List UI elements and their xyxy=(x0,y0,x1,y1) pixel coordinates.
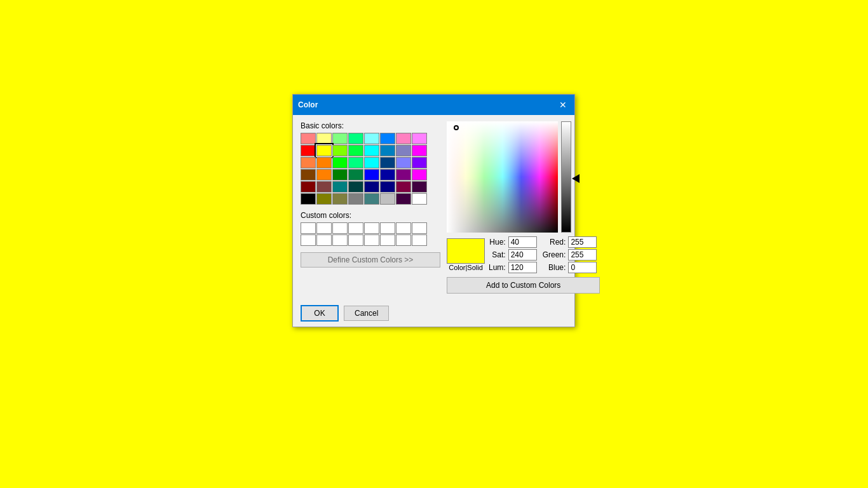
close-button[interactable]: ✕ xyxy=(557,98,569,111)
custom-color-swatch[interactable] xyxy=(412,234,427,246)
custom-color-swatch[interactable] xyxy=(316,222,332,234)
basic-color-swatch[interactable] xyxy=(332,157,348,168)
blue-input[interactable] xyxy=(568,262,597,273)
left-panel: Basic colors: Custom colors: Define Cust… xyxy=(301,121,440,294)
basic-color-swatch[interactable] xyxy=(396,193,411,205)
numeric-inputs: Hue: Red: Sat: Green: Lum: Blue: xyxy=(489,236,600,273)
basic-color-swatch[interactable] xyxy=(380,169,395,180)
basic-color-swatch[interactable] xyxy=(316,157,332,168)
basic-color-swatch[interactable] xyxy=(332,133,348,144)
basic-color-swatch[interactable] xyxy=(412,169,427,180)
basic-color-swatch[interactable] xyxy=(316,169,332,180)
green-label: Green: xyxy=(543,250,566,259)
dialog-body: Basic colors: Custom colors: Define Cust… xyxy=(293,115,574,300)
color-spectrum[interactable] xyxy=(447,121,558,233)
lum-input[interactable] xyxy=(508,262,537,273)
custom-color-swatch[interactable] xyxy=(396,222,411,234)
basic-color-swatch[interactable] xyxy=(316,193,332,205)
basic-color-swatch[interactable] xyxy=(348,157,363,168)
color-picker-area xyxy=(447,121,600,233)
custom-color-swatch[interactable] xyxy=(301,222,316,234)
basic-color-swatch[interactable] xyxy=(301,157,316,168)
basic-color-swatch[interactable] xyxy=(380,145,395,156)
right-panel: Color|Solid Hue: Red: Sat: Green: Lum: B… xyxy=(447,121,600,294)
basic-color-swatch[interactable] xyxy=(301,145,316,156)
custom-color-swatch[interactable] xyxy=(348,234,363,246)
define-custom-colors-button[interactable]: Define Custom Colors >> xyxy=(301,252,440,268)
custom-color-swatch[interactable] xyxy=(364,222,379,234)
color-dialog: Color ✕ Basic colors: Custom colors: Def… xyxy=(292,94,575,327)
basic-color-swatch[interactable] xyxy=(364,169,379,180)
basic-color-swatch[interactable] xyxy=(364,181,379,193)
basic-color-swatch[interactable] xyxy=(364,133,379,144)
basic-color-swatch[interactable] xyxy=(396,133,411,144)
basic-color-swatch[interactable] xyxy=(396,169,411,180)
custom-color-swatch[interactable] xyxy=(380,234,395,246)
hue-input[interactable] xyxy=(508,236,537,248)
basic-color-swatch[interactable] xyxy=(412,193,427,205)
custom-color-swatch[interactable] xyxy=(412,222,427,234)
custom-color-swatch[interactable] xyxy=(348,222,363,234)
basic-color-swatch[interactable] xyxy=(348,145,363,156)
custom-colors-label: Custom colors: xyxy=(301,211,440,220)
basic-color-swatch[interactable] xyxy=(316,145,332,156)
custom-colors-grid xyxy=(301,222,440,246)
basic-color-swatch[interactable] xyxy=(316,133,332,144)
title-bar: Color ✕ xyxy=(293,95,574,115)
basic-color-swatch[interactable] xyxy=(364,193,379,205)
custom-color-swatch[interactable] xyxy=(396,234,411,246)
brightness-arrow[interactable] xyxy=(572,174,580,183)
basic-color-swatch[interactable] xyxy=(380,193,395,205)
basic-colors-grid xyxy=(301,133,440,205)
hue-label: Hue: xyxy=(489,238,506,247)
basic-color-swatch[interactable] xyxy=(316,181,332,193)
green-input[interactable] xyxy=(568,249,597,261)
red-input[interactable] xyxy=(568,236,597,248)
basic-color-swatch[interactable] xyxy=(364,157,379,168)
basic-color-swatch[interactable] xyxy=(412,181,427,193)
basic-color-swatch[interactable] xyxy=(348,193,363,205)
basic-color-swatch[interactable] xyxy=(301,133,316,144)
dialog-title: Color xyxy=(298,100,318,109)
custom-color-swatch[interactable] xyxy=(364,234,379,246)
basic-color-swatch[interactable] xyxy=(332,169,348,180)
basic-color-swatch[interactable] xyxy=(348,181,363,193)
basic-color-swatch[interactable] xyxy=(332,193,348,205)
basic-color-swatch[interactable] xyxy=(396,157,411,168)
basic-color-swatch[interactable] xyxy=(412,145,427,156)
basic-color-swatch[interactable] xyxy=(301,181,316,193)
basic-color-swatch[interactable] xyxy=(396,145,411,156)
custom-color-swatch[interactable] xyxy=(380,222,395,234)
basic-color-swatch[interactable] xyxy=(332,181,348,193)
basic-color-swatch[interactable] xyxy=(380,181,395,193)
custom-color-swatch[interactable] xyxy=(301,234,316,246)
cancel-button[interactable]: Cancel xyxy=(344,306,389,321)
color-result-row: Color|Solid Hue: Red: Sat: Green: Lum: B… xyxy=(447,236,600,273)
custom-color-swatch[interactable] xyxy=(332,234,348,246)
custom-color-swatch[interactable] xyxy=(332,222,348,234)
custom-color-swatch[interactable] xyxy=(316,234,332,246)
brightness-slider-container xyxy=(560,121,572,233)
basic-color-swatch[interactable] xyxy=(301,169,316,180)
red-label: Red: xyxy=(543,238,566,247)
brightness-track[interactable] xyxy=(561,121,571,233)
basic-colors-label: Basic colors: xyxy=(301,121,440,130)
sat-input[interactable] xyxy=(508,249,537,261)
basic-color-swatch[interactable] xyxy=(332,145,348,156)
basic-color-swatch[interactable] xyxy=(364,145,379,156)
basic-color-swatch[interactable] xyxy=(396,181,411,193)
blue-label: Blue: xyxy=(543,263,566,272)
lum-label: Lum: xyxy=(489,263,506,272)
basic-color-swatch[interactable] xyxy=(380,133,395,144)
basic-color-swatch[interactable] xyxy=(301,193,316,205)
color-solid-label: Color|Solid xyxy=(447,264,485,271)
sat-label: Sat: xyxy=(489,250,506,259)
basic-color-swatch[interactable] xyxy=(380,157,395,168)
add-to-custom-colors-button[interactable]: Add to Custom Colors xyxy=(447,277,600,294)
basic-color-swatch[interactable] xyxy=(412,133,427,144)
dialog-footer: OK Cancel xyxy=(293,300,574,327)
basic-color-swatch[interactable] xyxy=(348,169,363,180)
ok-button[interactable]: OK xyxy=(301,305,339,322)
basic-color-swatch[interactable] xyxy=(412,157,427,168)
basic-color-swatch[interactable] xyxy=(348,133,363,144)
